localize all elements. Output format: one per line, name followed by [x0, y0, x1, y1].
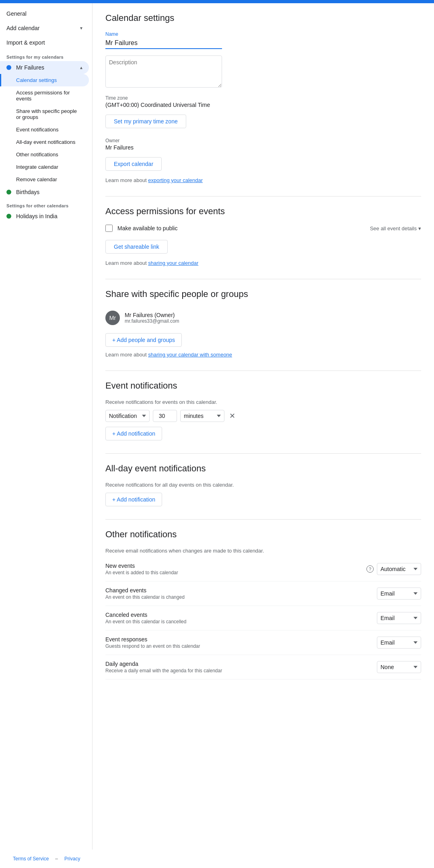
allday-notifications-section: All-day event notifications Receive noti… — [105, 463, 421, 506]
sub-item-event-notifications[interactable]: Event notifications — [0, 123, 89, 136]
divider-5 — [105, 519, 421, 520]
owner-avatar: Mr — [105, 311, 120, 325]
make-public-row: Make available to public See all event d… — [105, 225, 421, 232]
daily-agenda-controls: None Email — [377, 661, 421, 673]
sub-item-access-permissions[interactable]: Access permissions for events — [0, 86, 89, 105]
event-responses-controls: Email None — [377, 637, 421, 649]
new-events-help-icon[interactable]: ? — [366, 565, 374, 573]
mr-failures-label: Mr Failures — [16, 64, 44, 71]
event-responses-row: Event responses Guests respond to an eve… — [105, 631, 421, 655]
sidebar-calendar-holidays[interactable]: Holidays in India — [0, 210, 89, 223]
calendar-settings-section: Calendar settings Name Time zone (GMT+00… — [105, 13, 421, 183]
description-field-container — [105, 55, 421, 89]
other-notifications-title: Other notifications — [105, 529, 421, 540]
share-section: Share with specific people or groups Mr … — [105, 289, 421, 358]
owner-person-row: Mr Mr Failures (Owner) mr.failures33@gma… — [105, 307, 421, 328]
name-field-container: Name — [105, 31, 222, 49]
calendar-item-inner: Mr Failures — [6, 64, 80, 71]
daily-agenda-select[interactable]: None Email — [377, 661, 421, 673]
owner-email: mr.failures33@gmail.com — [125, 318, 179, 324]
daily-agenda-row: Daily agenda Receive a daily email with … — [105, 655, 421, 680]
exporting-calendar-link[interactable]: exporting your calendar — [148, 177, 203, 183]
my-calendars-section-title: Settings for my calendars — [0, 50, 92, 61]
event-responses-title: Event responses — [105, 636, 377, 643]
owner-label: Owner — [105, 138, 421, 143]
learn-share-text: Learn more about sharing your calendar — [105, 260, 421, 266]
calendar-settings-title: Calendar settings — [105, 13, 421, 23]
new-events-title: New events — [105, 563, 366, 569]
owner-name: Mr Failures (Owner) — [125, 312, 179, 318]
top-bar — [0, 0, 434, 3]
event-notifications-title: Event notifications — [105, 381, 421, 391]
name-label: Name — [105, 31, 222, 37]
canceled-events-title: Canceled events — [105, 612, 377, 618]
make-public-checkbox[interactable] — [105, 225, 113, 232]
notification-unit-select[interactable]: minutes hours days weeks — [180, 410, 224, 422]
birthdays-item-inner: Birthdays — [6, 189, 82, 195]
sub-item-calendar-settings[interactable]: Calendar settings — [0, 74, 89, 86]
sub-item-other-notifications[interactable]: Other notifications — [0, 148, 89, 161]
changed-events-select[interactable]: Email None — [377, 588, 421, 600]
new-events-row: New events An event is added to this cal… — [105, 557, 421, 581]
set-timezone-button[interactable]: Set my primary time zone — [105, 115, 186, 128]
event-notification-row: Notification Email minutes hours days we… — [105, 410, 421, 422]
canceled-events-row: Canceled events An event on this calenda… — [105, 606, 421, 631]
allday-notifications-desc: Receive notifications for all day events… — [105, 482, 421, 488]
privacy-link[interactable]: Privacy — [64, 856, 80, 862]
see-details-label: See all event details — [370, 225, 417, 231]
new-events-info: New events An event is added to this cal… — [105, 563, 366, 575]
see-details-chevron-icon: ▾ — [418, 225, 421, 231]
sidebar-label-import-export: Import & export — [6, 39, 45, 46]
canceled-events-info: Canceled events An event on this calenda… — [105, 612, 377, 624]
new-events-select[interactable]: Automatic Email None — [377, 563, 421, 575]
footer: Terms of Service – Privacy — [0, 850, 434, 868]
notification-value-input[interactable] — [153, 410, 177, 422]
sidebar-calendar-birthdays[interactable]: Birthdays — [0, 186, 89, 199]
notification-type-select[interactable]: Notification Email — [105, 410, 150, 422]
new-events-controls: ? Automatic Email None — [366, 563, 421, 575]
remove-notification-button[interactable]: ✕ — [228, 410, 237, 422]
holidays-item-inner: Holidays in India — [6, 213, 82, 219]
get-shareable-link-button[interactable]: Get shareable link — [105, 240, 168, 254]
event-notifications-desc: Receive notifications for events on this… — [105, 399, 421, 405]
sidebar-item-import-export[interactable]: Import & export — [0, 35, 89, 50]
owner-person-info: Mr Failures (Owner) mr.failures33@gmail.… — [125, 312, 179, 324]
name-input[interactable] — [105, 38, 222, 49]
sub-item-allday-notifications[interactable]: All-day event notifications — [0, 136, 89, 148]
main-content: Calendar settings Name Time zone (GMT+00… — [93, 3, 434, 850]
sub-item-remove-calendar[interactable]: Remove calendar — [0, 173, 89, 186]
canceled-events-desc: An event on this calendar is cancelled — [105, 619, 377, 624]
divider-1 — [105, 196, 421, 197]
sidebar-calendar-mr-failures[interactable]: Mr Failures ▴ — [0, 61, 89, 74]
other-notifications-desc: Receive email notifications when changes… — [105, 548, 421, 554]
terms-link[interactable]: Terms of Service — [13, 856, 49, 862]
sub-item-integrate-calendar[interactable]: Integrate calendar — [0, 161, 89, 173]
add-event-notification-button[interactable]: + Add notification — [105, 427, 162, 440]
event-responses-info: Event responses Guests respond to an eve… — [105, 636, 377, 649]
event-responses-desc: Guests respond to an event on this calen… — [105, 643, 377, 649]
daily-agenda-desc: Receive a daily email with the agenda fo… — [105, 668, 377, 674]
sidebar-item-add-calendar[interactable]: Add calendar ▾ — [0, 21, 89, 35]
birthdays-label: Birthdays — [16, 189, 39, 195]
add-people-button[interactable]: + Add people and groups — [105, 333, 182, 347]
canceled-events-select[interactable]: Email None — [377, 612, 421, 624]
sharing-with-someone-link[interactable]: sharing your calendar with someone — [148, 352, 232, 358]
export-calendar-button[interactable]: Export calendar — [105, 157, 162, 171]
see-details-dropdown[interactable]: See all event details ▾ — [370, 225, 421, 231]
changed-events-info: Changed events An event on this calendar… — [105, 587, 377, 600]
sharing-calendar-link[interactable]: sharing your calendar — [148, 260, 198, 266]
sub-item-share-people[interactable]: Share with specific people or groups — [0, 105, 89, 123]
daily-agenda-info: Daily agenda Receive a daily email with … — [105, 661, 377, 674]
sidebar-item-general[interactable]: General — [0, 6, 89, 21]
mr-failures-dot — [6, 65, 11, 70]
divider-4 — [105, 453, 421, 454]
mr-failures-chevron-icon: ▴ — [80, 65, 82, 70]
learn-share-someone-text: Learn more about sharing your calendar w… — [105, 352, 421, 358]
add-allday-notification-button[interactable]: + Add notification — [105, 493, 162, 506]
birthdays-dot — [6, 190, 11, 194]
share-section-title: Share with specific people or groups — [105, 289, 421, 299]
footer-separator: – — [55, 856, 58, 862]
description-textarea[interactable] — [105, 55, 222, 88]
event-responses-select[interactable]: Email None — [377, 637, 421, 649]
sidebar-label-general: General — [6, 10, 27, 17]
